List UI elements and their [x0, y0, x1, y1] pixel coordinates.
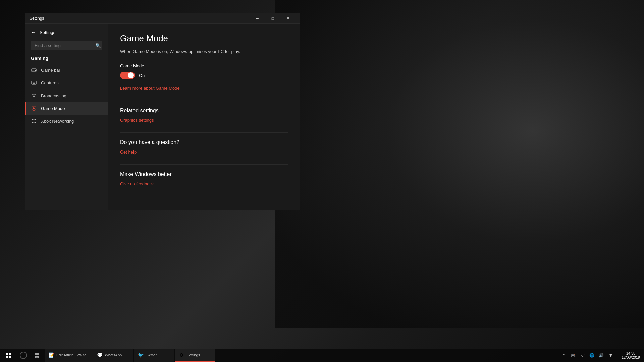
tray-wifi-icon[interactable]: [607, 349, 615, 362]
svg-rect-17: [37, 356, 39, 358]
tray-network-icon[interactable]: 🌐: [588, 349, 596, 362]
taskbar-app-whatsapp-label: WhatsApp: [105, 353, 122, 357]
svg-rect-16: [35, 356, 37, 358]
taskbar-apps: 📝 Edit Article How to... 💬 WhatsApp 🐦 Tw…: [44, 349, 557, 362]
window-title: Settings: [30, 16, 250, 21]
sidebar-item-broadcasting-label: Broadcasting: [41, 93, 66, 98]
broadcasting-icon: [31, 93, 37, 99]
clock-date: 12/08/2019: [622, 355, 640, 359]
taskbar-app-edit-article[interactable]: 📝 Edit Article How to...: [45, 349, 93, 362]
sidebar-item-captures[interactable]: Captures: [25, 76, 108, 89]
learn-more-link[interactable]: Learn more about Game Mode: [120, 86, 180, 91]
tray-security-icon[interactable]: 🛡: [579, 349, 587, 362]
task-view-button[interactable]: [30, 349, 44, 362]
sidebar-home-label: Settings: [40, 30, 55, 35]
minimize-button[interactable]: ─: [250, 13, 265, 24]
sidebar: ← Settings 🔍 Gaming: [25, 24, 108, 210]
svg-rect-5: [32, 81, 36, 84]
feedback-group: Make Windows better Give us feedback: [120, 171, 288, 187]
taskbar-clock[interactable]: 14:38 12/08/2019: [618, 349, 644, 362]
sidebar-item-captures-label: Captures: [41, 80, 59, 85]
main-content: Game Mode When Game Mode is on, Windows …: [108, 24, 300, 210]
game-mode-icon: [31, 105, 37, 111]
search-container: 🔍: [25, 38, 108, 53]
system-tray: ^ 🎮 🛡 🌐 🔊: [557, 349, 618, 362]
tray-chevron[interactable]: ^: [560, 349, 568, 362]
sidebar-item-game-mode[interactable]: Game Mode: [25, 102, 108, 115]
sidebar-item-xbox-networking[interactable]: Xbox Networking: [25, 115, 108, 127]
toggle-thumb: [128, 72, 134, 78]
svg-point-6: [33, 82, 35, 84]
get-help-link[interactable]: Get help: [120, 149, 137, 155]
window-body: ← Settings 🔍 Gaming: [25, 24, 300, 210]
tray-xbox-icon[interactable]: 🎮: [569, 349, 577, 362]
taskbar-app-settings-label: Settings: [186, 353, 200, 357]
cortana-button[interactable]: [17, 349, 30, 362]
divider-2: [120, 132, 288, 133]
game-mode-label: Game Mode: [120, 63, 288, 68]
cortana-circle-icon: [20, 352, 27, 359]
game-bar-icon: [31, 67, 37, 73]
give-feedback-link[interactable]: Give us feedback: [120, 181, 154, 186]
settings-window: Settings ─ □ ✕ ← Settings 🔍 Gaming: [25, 13, 300, 210]
question-group: Do you have a question? Get help: [120, 139, 288, 155]
close-button[interactable]: ✕: [280, 13, 296, 24]
maximize-button[interactable]: □: [265, 13, 280, 24]
divider-1: [120, 101, 288, 101]
back-arrow-icon: ←: [31, 29, 36, 35]
svg-point-8: [33, 96, 35, 97]
feedback-title: Make Windows better: [120, 171, 288, 177]
svg-point-3: [35, 70, 35, 70]
related-settings-title: Related settings: [120, 108, 288, 114]
back-button[interactable]: ← Settings: [25, 26, 108, 38]
edit-article-icon: 📝: [48, 352, 54, 358]
taskbar-app-twitter-label: Twitter: [146, 353, 156, 357]
taskbar-app-whatsapp[interactable]: 💬 WhatsApp: [93, 349, 133, 362]
question-title: Do you have a question?: [120, 139, 288, 145]
related-settings-group: Related settings Graphics settings: [120, 108, 288, 123]
svg-rect-14: [35, 353, 37, 355]
sidebar-item-game-mode-label: Game Mode: [41, 106, 65, 111]
game-mode-toggle[interactable]: [120, 72, 135, 79]
window-controls: ─ □ ✕: [250, 13, 296, 24]
sidebar-item-game-bar[interactable]: Game bar: [25, 64, 108, 76]
svg-point-4: [35, 70, 36, 71]
taskbar-app-settings[interactable]: ⚙ Settings: [175, 349, 215, 362]
start-button[interactable]: [0, 349, 17, 362]
divider-3: [120, 164, 288, 165]
toggle-row: On: [120, 72, 288, 79]
svg-rect-7: [33, 81, 34, 81]
svg-rect-15: [37, 353, 39, 355]
twitter-icon: 🐦: [138, 352, 144, 358]
taskbar-app-edit-article-label: Edit Article How to...: [56, 353, 89, 357]
captures-icon: [31, 80, 37, 86]
title-bar: Settings ─ □ ✕: [25, 13, 300, 24]
xbox-networking-icon: [31, 118, 37, 124]
search-input[interactable]: [31, 41, 102, 50]
sidebar-item-xbox-networking-label: Xbox Networking: [41, 119, 74, 124]
page-title: Game Mode: [120, 33, 288, 44]
whatsapp-icon: 💬: [97, 352, 103, 358]
taskbar: 📝 Edit Article How to... 💬 WhatsApp 🐦 Tw…: [0, 349, 644, 362]
sidebar-section-label: Gaming: [25, 53, 108, 64]
taskbar-app-twitter[interactable]: 🐦 Twitter: [134, 349, 174, 362]
windows-logo-icon: [6, 353, 11, 358]
page-subtitle: When Game Mode is on, Windows optimises …: [120, 49, 288, 54]
game-mode-setting-group: Game Mode On Learn more about Game Mode: [120, 63, 288, 91]
sidebar-item-game-bar-label: Game bar: [41, 68, 60, 73]
sidebar-item-broadcasting[interactable]: Broadcasting: [25, 89, 108, 102]
toggle-on-label: On: [139, 73, 145, 78]
settings-icon: ⚙: [178, 352, 184, 358]
clock-time: 14:38: [626, 351, 636, 355]
search-icon[interactable]: 🔍: [95, 43, 101, 48]
tray-volume-icon[interactable]: 🔊: [597, 349, 605, 362]
graphics-settings-link[interactable]: Graphics settings: [120, 118, 154, 123]
